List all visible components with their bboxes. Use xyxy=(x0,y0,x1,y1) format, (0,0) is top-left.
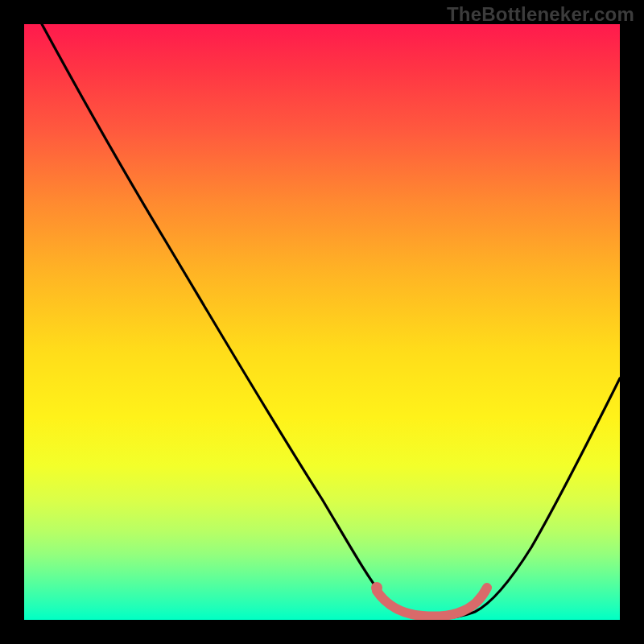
bottleneck-curve-path xyxy=(42,24,620,618)
chart-frame: TheBottleneker.com xyxy=(0,0,644,644)
plot-area xyxy=(24,24,620,620)
chart-svg xyxy=(24,24,620,620)
watermark-text: TheBottleneker.com xyxy=(447,3,634,26)
optimal-band-path xyxy=(377,588,487,617)
marker-dot xyxy=(371,582,382,593)
